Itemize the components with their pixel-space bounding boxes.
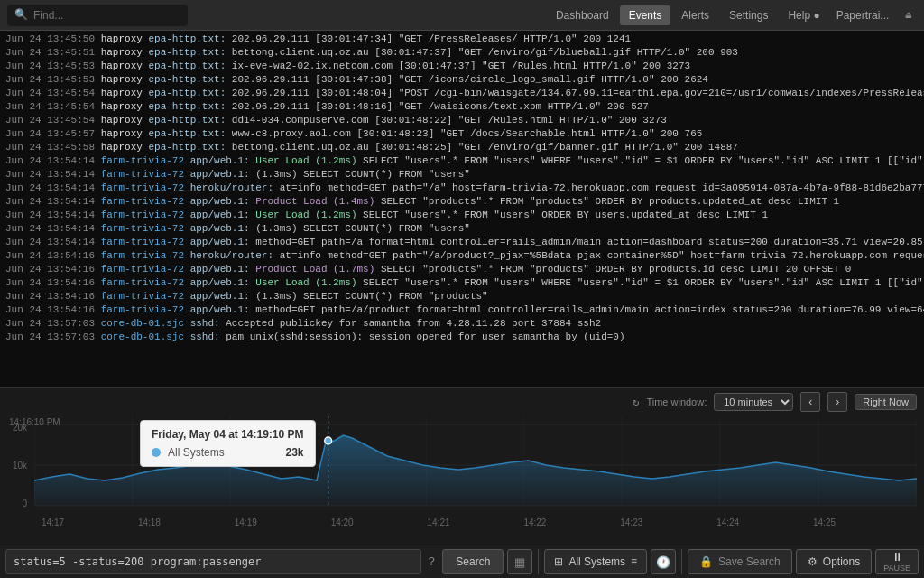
x-label-5: 14:22: [523, 517, 546, 527]
lock-icon: 🔒: [699, 555, 713, 568]
time-window-label: Time window:: [646, 396, 707, 407]
grid-icon: ⊞: [554, 555, 563, 568]
pause-button[interactable]: ⏸ PAUSE: [875, 549, 919, 574]
all-systems-button[interactable]: ⊞ All Systems ≡: [544, 549, 647, 574]
log-line[interactable]: Jun 24 13:45:53 haproxy epa-http.txt: 20…: [0, 73, 924, 87]
y-label-10k: 10k: [0, 461, 27, 471]
log-line[interactable]: Jun 24 13:45:54 haproxy epa-http.txt: 20…: [0, 100, 924, 114]
x-label-8: 14:25: [813, 517, 836, 527]
y-label-0: 0: [0, 499, 27, 508]
search-icon: 🔍: [14, 8, 28, 22]
visualization-button[interactable]: ▦: [507, 549, 532, 574]
search-button[interactable]: Search: [442, 549, 504, 574]
options-label: Options: [823, 555, 860, 568]
log-line[interactable]: Jun 24 13:57:03 core-db-01.sjc sshd: Acc…: [0, 317, 924, 331]
separator-2: [681, 549, 682, 574]
save-search-label: Save Search: [718, 555, 781, 568]
x-label-7: 14:24: [716, 517, 739, 527]
log-line[interactable]: Jun 24 13:54:14 farm-trivia-72 heroku/ro…: [0, 182, 924, 195]
clock-button[interactable]: 🕐: [651, 549, 676, 574]
right-now-button[interactable]: Right Now: [855, 394, 917, 410]
x-label-4: 14:21: [428, 517, 450, 527]
log-line[interactable]: Jun 24 13:54:14 farm-trivia-72 app/web.1…: [0, 168, 924, 182]
chart-toolbar: ↻ Time window: 10 minutes ‹ › Right Now: [0, 388, 924, 415]
log-line[interactable]: Jun 24 13:54:16 farm-trivia-72 heroku/ro…: [0, 249, 924, 263]
systems-label: All Systems: [568, 555, 625, 568]
log-line[interactable]: Jun 24 13:54:14 farm-trivia-72 app/web.1…: [0, 222, 924, 236]
papertrai-link[interactable]: Papertrai...: [829, 5, 897, 25]
pause-icon: ⏸: [892, 551, 903, 563]
log-line[interactable]: Jun 24 13:45:54 haproxy epa-http.txt: 20…: [0, 87, 924, 100]
nav-alerts[interactable]: Alerts: [672, 5, 718, 25]
log-line[interactable]: Jun 24 13:54:14 farm-trivia-72 app/web.1…: [0, 209, 924, 222]
logout-icon[interactable]: ⏏: [900, 5, 917, 24]
gear-icon: ⚙: [808, 555, 818, 568]
chart-prev-btn[interactable]: ‹: [800, 392, 820, 412]
tooltip-value: 23k: [286, 446, 304, 459]
top-navigation: 🔍 Dashboard Events Alerts Settings Help …: [0, 0, 924, 31]
chart-tooltip: Friday, May 04 at 14:19:10 PM All System…: [140, 420, 316, 467]
log-line[interactable]: Jun 24 13:54:14 farm-trivia-72 app/web.1…: [0, 154, 924, 168]
nav-links: Dashboard Events Alerts Settings Help ●: [547, 5, 829, 25]
tooltip-date: Friday, May 04 at 14:19:10 PM: [152, 428, 304, 441]
x-label-6: 14:23: [620, 517, 642, 527]
chart-area: ↻ Time window: 10 minutes ‹ › Right Now …: [0, 387, 924, 545]
log-area: Jun 24 13:45:50 haproxy epa-http.txt: 20…: [0, 31, 924, 387]
tooltip-dot: [152, 448, 161, 457]
pause-label: PAUSE: [883, 564, 910, 573]
chart-next-btn[interactable]: ›: [827, 392, 847, 412]
bottom-bar: ? Search ▦ ⊞ All Systems ≡ 🕐 🔒 Save Sear…: [0, 545, 924, 578]
save-search-button[interactable]: 🔒 Save Search: [688, 549, 792, 574]
time-window-select[interactable]: 10 minutes: [714, 393, 793, 411]
log-line[interactable]: Jun 24 13:45:50 haproxy epa-http.txt: 20…: [0, 33, 924, 46]
x-label-0: 14:17: [42, 517, 64, 527]
separator-1: [538, 549, 539, 574]
log-line[interactable]: Jun 24 13:54:16 farm-trivia-72 app/web.1…: [0, 290, 924, 303]
refresh-icon[interactable]: ↻: [633, 396, 639, 409]
log-line[interactable]: Jun 24 13:45:54 haproxy epa-http.txt: dd…: [0, 114, 924, 127]
search-input-wrap[interactable]: [5, 549, 421, 574]
search-input[interactable]: [14, 555, 413, 568]
search-help-icon[interactable]: ?: [425, 555, 439, 569]
global-search-input[interactable]: [33, 9, 160, 22]
list-icon: ≡: [631, 555, 637, 568]
x-label-3: 14:20: [331, 517, 354, 527]
log-line[interactable]: Jun 24 13:45:58 haproxy epa-http.txt: be…: [0, 141, 924, 154]
tooltip-label: All Systems: [168, 446, 225, 459]
log-line[interactable]: Jun 24 13:54:16 farm-trivia-72 app/web.1…: [0, 303, 924, 317]
log-line[interactable]: Jun 24 13:54:16 farm-trivia-72 app/web.1…: [0, 276, 924, 290]
tooltip-item: All Systems 23k: [152, 446, 304, 459]
nav-events[interactable]: Events: [620, 5, 671, 25]
log-line[interactable]: Jun 24 13:45:57 haproxy epa-http.txt: ww…: [0, 127, 924, 141]
y-label-20k: 20k: [0, 423, 27, 433]
log-line[interactable]: Jun 24 13:45:53 haproxy epa-http.txt: ix…: [0, 60, 924, 73]
help-badge: ●: [813, 9, 819, 22]
nav-dashboard[interactable]: Dashboard: [547, 5, 618, 25]
x-axis: 14:17 14:18 14:19 14:20 14:21 14:22 14:2…: [34, 517, 917, 527]
log-line[interactable]: Jun 24 13:54:14 farm-trivia-72 app/web.1…: [0, 195, 924, 209]
log-line[interactable]: Jun 24 13:54:14 farm-trivia-72 app/web.1…: [0, 236, 924, 249]
x-label-1: 14:18: [138, 517, 161, 527]
log-line[interactable]: Jun 24 13:57:03 core-db-01.sjc sshd: pam…: [0, 331, 924, 344]
log-line[interactable]: Jun 24 13:54:16 farm-trivia-72 app/web.1…: [0, 263, 924, 276]
options-button[interactable]: ⚙ Options: [796, 549, 872, 574]
global-search[interactable]: 🔍: [7, 5, 188, 26]
chart-canvas: 14:16:10 PM Friday, May 04 at 14:19:10 P…: [0, 415, 924, 537]
log-line[interactable]: Jun 24 13:45:51 haproxy epa-http.txt: be…: [0, 46, 924, 60]
nav-right: Papertrai... ⏏: [829, 5, 917, 25]
nav-settings[interactable]: Settings: [720, 5, 777, 25]
nav-help[interactable]: Help ●: [779, 5, 828, 25]
x-label-2: 14:19: [235, 517, 257, 527]
